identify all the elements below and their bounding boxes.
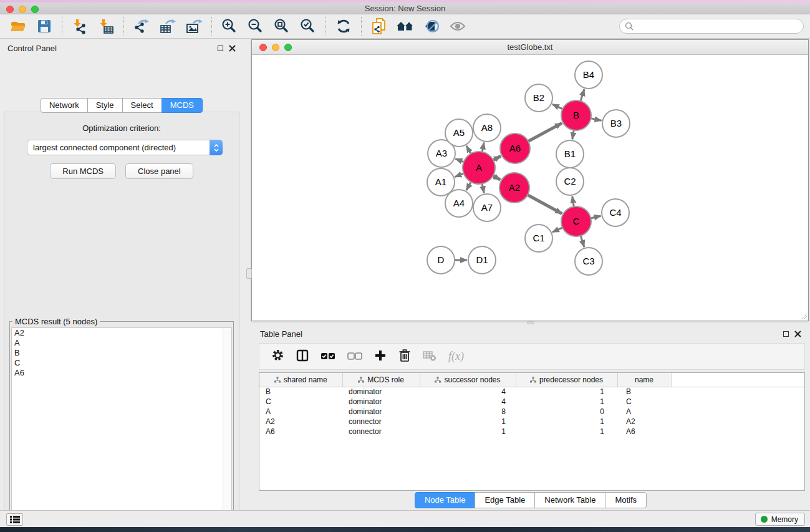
column-header-successor-nodes[interactable]: successor nodes bbox=[420, 373, 516, 387]
column-header-name[interactable]: name bbox=[617, 373, 671, 387]
graph-node-B3[interactable]: B3 bbox=[602, 110, 630, 137]
function-builder-button[interactable]: f(x) bbox=[448, 350, 464, 363]
zoom-selected-button[interactable] bbox=[295, 16, 321, 37]
node-table[interactable]: shared name MCDS role successor nodes pr… bbox=[259, 372, 805, 491]
graph-node-D[interactable]: D bbox=[427, 246, 455, 274]
close-panel-button[interactable]: Close panel bbox=[125, 163, 193, 179]
open-session-button[interactable] bbox=[5, 16, 31, 37]
graph-node-D1[interactable]: D1 bbox=[468, 246, 496, 274]
window-controls[interactable] bbox=[6, 6, 39, 13]
graph-node-C2[interactable]: C2 bbox=[556, 168, 584, 195]
graph-node-B[interactable]: B bbox=[561, 100, 591, 130]
show-hide-graphics-button[interactable] bbox=[445, 16, 471, 37]
graph-node-A5[interactable]: A5 bbox=[445, 119, 473, 147]
graph-node-A2[interactable]: A2 bbox=[499, 173, 529, 203]
trash-icon bbox=[398, 349, 411, 362]
home-button[interactable] bbox=[392, 16, 418, 37]
mcds-result-item[interactable]: A6 bbox=[12, 368, 231, 378]
column-header-shared-name[interactable]: shared name bbox=[259, 373, 342, 387]
graph-node-B2[interactable]: B2 bbox=[525, 84, 552, 112]
tab-network[interactable]: Network bbox=[41, 98, 88, 113]
tab-mcds[interactable]: MCDS bbox=[162, 98, 203, 113]
close-table-panel-icon[interactable] bbox=[794, 331, 801, 337]
graph-edge-C-C3[interactable] bbox=[581, 235, 584, 247]
status-bar: Memory bbox=[0, 510, 810, 527]
close-network-window-button[interactable] bbox=[259, 44, 267, 51]
vertical-splitter-handle[interactable] bbox=[246, 268, 252, 279]
tab-style[interactable]: Style bbox=[87, 98, 123, 113]
criterion-dropdown[interactable]: largest connected component (directed) bbox=[27, 140, 223, 155]
memory-button[interactable]: Memory bbox=[755, 513, 805, 526]
zoom-in-button[interactable] bbox=[216, 16, 243, 37]
task-history-button[interactable] bbox=[6, 513, 23, 526]
network-from-clipboard-button[interactable] bbox=[366, 16, 392, 37]
graph-node-A1[interactable]: A1 bbox=[427, 168, 455, 196]
mcds-result-item[interactable]: A bbox=[12, 338, 231, 348]
add-column-button[interactable] bbox=[374, 349, 387, 364]
tab-select[interactable]: Select bbox=[122, 98, 162, 113]
close-window-button[interactable] bbox=[6, 6, 14, 13]
tab-network-table[interactable]: Network Table bbox=[534, 492, 605, 508]
mcds-result-item[interactable]: C bbox=[12, 358, 231, 368]
table-settings-button[interactable] bbox=[271, 349, 284, 364]
close-panel-icon[interactable] bbox=[229, 45, 236, 52]
export-table-button[interactable] bbox=[155, 16, 181, 37]
float-panel-icon[interactable] bbox=[218, 46, 223, 51]
float-table-panel-icon[interactable] bbox=[783, 331, 789, 337]
graph-node-A7[interactable]: A7 bbox=[473, 194, 501, 221]
graph-node-C[interactable]: C bbox=[561, 206, 591, 236]
graph-node-A6[interactable]: A6 bbox=[500, 133, 530, 163]
label-visibility-button[interactable] bbox=[418, 16, 445, 37]
graph-edge-B-B2[interactable] bbox=[552, 104, 564, 110]
graph-edge-A2-C[interactable] bbox=[526, 195, 562, 214]
graph-node-A[interactable]: A bbox=[463, 152, 495, 184]
column-visibility-button[interactable] bbox=[296, 349, 309, 364]
zoom-fit-button[interactable] bbox=[269, 16, 295, 37]
graph-node-C1[interactable]: C1 bbox=[525, 225, 552, 252]
table-row[interactable]: A2connector11A2 bbox=[259, 417, 804, 427]
graph-node-B1[interactable]: B1 bbox=[556, 140, 584, 168]
graph-node-B4[interactable]: B4 bbox=[575, 61, 602, 89]
table-row[interactable]: Bdominator41B bbox=[259, 387, 804, 397]
import-network-button[interactable] bbox=[67, 16, 93, 37]
graph-node-C4[interactable]: C4 bbox=[602, 199, 629, 226]
maximize-window-button[interactable] bbox=[31, 6, 39, 13]
graph-node-C3[interactable]: C3 bbox=[575, 248, 602, 275]
save-session-button[interactable] bbox=[31, 16, 57, 37]
tab-node-table[interactable]: Node Table bbox=[415, 492, 476, 508]
table-row[interactable]: Cdominator41C bbox=[259, 397, 804, 407]
table-row[interactable]: A6connector11A6 bbox=[259, 427, 804, 437]
window-resize-grip[interactable] bbox=[799, 312, 808, 320]
deselect-all-columns-button[interactable] bbox=[347, 351, 362, 362]
tab-edge-table[interactable]: Edge Table bbox=[475, 492, 535, 508]
minimize-network-window-button[interactable] bbox=[272, 44, 279, 51]
table-row[interactable]: Adominator80A bbox=[259, 407, 804, 417]
graph-node-A8[interactable]: A8 bbox=[473, 114, 501, 142]
export-network-button[interactable] bbox=[128, 16, 155, 37]
graph-edge-A6-B[interactable] bbox=[527, 123, 562, 142]
refresh-view-button[interactable] bbox=[330, 16, 357, 37]
network-window-controls[interactable] bbox=[259, 44, 292, 51]
search-input[interactable] bbox=[634, 21, 803, 32]
search-field[interactable] bbox=[619, 19, 804, 34]
graph-node-A4[interactable]: A4 bbox=[445, 190, 473, 217]
maximize-network-window-button[interactable] bbox=[284, 44, 292, 51]
delete-table-button[interactable] bbox=[423, 350, 436, 364]
network-graph[interactable]: AA1A2A3A4A5A6A7A8BB1B2B3B4CC1C2C3C4DD1 bbox=[252, 55, 808, 321]
result-list-scrollbar[interactable] bbox=[223, 328, 231, 532]
run-mcds-button[interactable]: Run MCDS bbox=[50, 163, 116, 179]
minimize-window-button[interactable] bbox=[19, 6, 26, 13]
graph-edge-B-B4[interactable] bbox=[580, 89, 584, 102]
mcds-result-item[interactable]: B bbox=[12, 348, 231, 358]
network-window-titlebar[interactable]: testGlobe.txt bbox=[252, 40, 808, 55]
delete-column-button[interactable] bbox=[398, 349, 411, 365]
select-all-columns-button[interactable] bbox=[321, 351, 335, 362]
import-table-button[interactable] bbox=[93, 16, 119, 37]
mcds-result-item[interactable]: A2 bbox=[12, 328, 231, 338]
network-canvas[interactable]: AA1A2A3A4A5A6A7A8BB1B2B3B4CC1C2C3C4DD1 bbox=[252, 55, 808, 321]
zoom-out-button[interactable] bbox=[243, 16, 269, 37]
column-header-mcds-role[interactable]: MCDS role bbox=[342, 373, 420, 387]
column-header-predecessor-nodes[interactable]: predecessor nodes bbox=[516, 373, 617, 387]
export-image-button[interactable] bbox=[181, 16, 207, 37]
tab-motifs[interactable]: Motifs bbox=[605, 492, 647, 508]
